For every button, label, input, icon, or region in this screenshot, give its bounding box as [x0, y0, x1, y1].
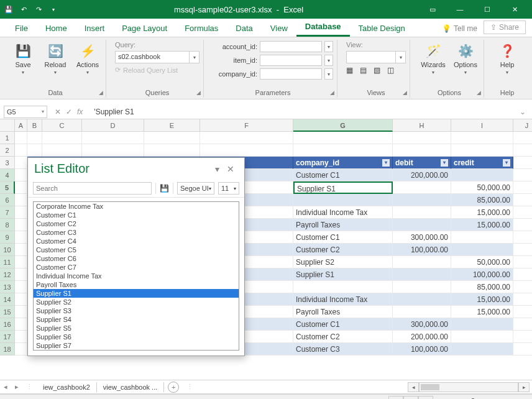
cell[interactable]	[27, 132, 42, 144]
row-header-4[interactable]: 4	[0, 169, 15, 181]
filter-dropdown-icon[interactable]: ▾	[441, 159, 448, 167]
maximize-button[interactable]: ☐	[474, 0, 501, 19]
list-editor-menu-icon[interactable]: ▾	[211, 164, 223, 174]
col-header-B[interactable]: B	[27, 119, 42, 132]
list-item[interactable]: Supplier S4	[34, 315, 239, 324]
cell[interactable]	[15, 244, 27, 256]
cell[interactable]	[15, 169, 27, 181]
expand-formula-icon[interactable]: ⌄	[517, 108, 528, 116]
col-header-D[interactable]: D	[82, 119, 144, 132]
row-header-11[interactable]: 11	[0, 256, 15, 268]
cell[interactable]	[393, 132, 451, 144]
dialog-launcher-icon[interactable]: ◢	[196, 89, 201, 96]
row-header-17[interactable]: 17	[0, 331, 15, 343]
cell[interactable]	[393, 194, 451, 206]
cell[interactable]	[513, 331, 532, 343]
col-header-E[interactable]: E	[144, 119, 200, 132]
row-header-3[interactable]: 3	[0, 157, 15, 169]
cell[interactable]: credit▾	[451, 157, 513, 169]
cell[interactable]: Customer C3	[293, 343, 393, 355]
cell[interactable]	[293, 132, 393, 144]
cell[interactable]	[15, 306, 27, 318]
cell[interactable]	[15, 157, 27, 169]
cell[interactable]	[513, 206, 532, 219]
cell[interactable]	[513, 169, 532, 181]
tab-file[interactable]: File	[6, 20, 37, 37]
cell[interactable]	[15, 219, 27, 231]
cell[interactable]: 300,000.00	[393, 231, 451, 244]
cell-dropdown-icon[interactable]: ▾	[392, 183, 393, 194]
list-item[interactable]: Customer C6	[34, 254, 239, 263]
cell[interactable]: 50,000.00	[451, 256, 513, 268]
reload-button[interactable]: 🔄 Reload▾	[41, 41, 70, 75]
cell[interactable]	[393, 268, 451, 281]
cell[interactable]: debit▾	[393, 157, 451, 169]
cell[interactable]	[451, 244, 513, 256]
formula-input[interactable]: 'Supplier S1	[90, 106, 515, 117]
cell[interactable]: 50,000.00	[451, 181, 513, 194]
list-item[interactable]: Supplier S1	[34, 289, 239, 298]
view-normal-icon[interactable]: ▦	[388, 396, 403, 400]
cell[interactable]: Payroll Taxes	[293, 306, 393, 318]
cell[interactable]	[42, 144, 82, 157]
cell[interactable]: Supplier S1▾	[293, 181, 393, 194]
cell[interactable]	[451, 169, 513, 181]
tab-home[interactable]: Home	[37, 20, 76, 37]
cell[interactable]	[15, 181, 27, 194]
save-list-icon[interactable]: 💾	[160, 184, 169, 193]
cell[interactable]	[144, 132, 200, 144]
list-editor-font[interactable]: Segoe UI▾	[177, 182, 214, 195]
list-editor-list[interactable]: Corporate Income TaxCustomer C1Customer …	[33, 201, 239, 351]
cell[interactable]	[293, 194, 393, 206]
cell[interactable]: 85,000.00	[451, 281, 513, 293]
cell[interactable]	[513, 181, 532, 194]
cell[interactable]	[513, 244, 532, 256]
help-button[interactable]: ❓ Help▾	[493, 41, 521, 75]
cell[interactable]	[513, 281, 532, 293]
cell[interactable]	[393, 306, 451, 318]
undo-icon[interactable]: ↶	[19, 4, 29, 14]
cell[interactable]	[15, 256, 27, 268]
dialog-launcher-icon[interactable]: ◢	[99, 89, 103, 96]
cell[interactable]	[42, 132, 82, 144]
tab-view[interactable]: View	[262, 20, 296, 37]
col-header-C[interactable]: C	[42, 119, 82, 132]
row-header-15[interactable]: 15	[0, 306, 15, 318]
cell[interactable]	[82, 144, 144, 157]
cell[interactable]	[513, 268, 532, 281]
actions-button[interactable]: ⚡ Actions▾	[73, 41, 102, 75]
row-header-6[interactable]: 6	[0, 194, 15, 206]
cell[interactable]: 100,000.00	[393, 244, 451, 256]
cell[interactable]: Individual Income Tax	[293, 293, 393, 306]
cell[interactable]	[513, 157, 532, 169]
cell[interactable]: 85,000.00	[451, 194, 513, 206]
cell[interactable]	[15, 206, 27, 219]
row-header-5[interactable]: 5	[0, 181, 15, 194]
row-header-9[interactable]: 9	[0, 231, 15, 244]
close-button[interactable]: ✕	[501, 0, 528, 19]
cell[interactable]: Supplier S1	[293, 268, 393, 281]
dialog-launcher-icon[interactable]: ◢	[477, 89, 481, 96]
dialog-launcher-icon[interactable]: ◢	[403, 89, 407, 96]
fx-icon[interactable]: fx	[77, 108, 83, 116]
sheet-nav-next[interactable]: ▸	[11, 383, 22, 391]
param3-dropdown[interactable]: ▾	[324, 68, 333, 80]
list-editor-size[interactable]: 11▾	[218, 182, 239, 195]
hscroll-thumb[interactable]	[421, 384, 439, 390]
list-item[interactable]: Customer C2	[34, 219, 239, 228]
cell[interactable]	[451, 231, 513, 244]
row-header-16[interactable]: 16	[0, 318, 15, 331]
param2-dropdown[interactable]: ▾	[324, 55, 333, 66]
view-pagelayout-icon[interactable]: ▤	[403, 396, 418, 400]
cell[interactable]: Supplier S2	[293, 256, 393, 268]
cell[interactable]	[513, 306, 532, 318]
cell[interactable]	[293, 281, 393, 293]
cell[interactable]: company_id▾	[293, 157, 393, 169]
row-header-12[interactable]: 12	[0, 268, 15, 281]
param1-input[interactable]	[260, 41, 322, 52]
cell[interactable]	[15, 231, 27, 244]
tell-me[interactable]: 💡Tell me	[436, 21, 484, 37]
param2-input[interactable]	[260, 55, 322, 66]
enter-icon[interactable]: ✓	[66, 108, 72, 116]
row-header-1[interactable]: 1	[0, 132, 15, 144]
